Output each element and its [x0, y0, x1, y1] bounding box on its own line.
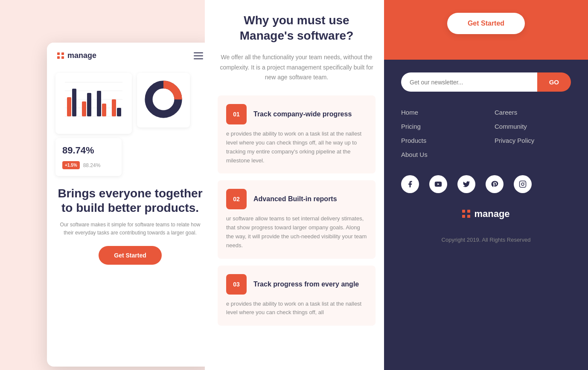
donut-chart-svg [142, 78, 185, 121]
mobile-card: manage [47, 43, 213, 367]
feature-header-1: 01 Track company-wide progress [226, 104, 367, 124]
right-panel: Get Started GO Home Careers Pricing Comm… [384, 0, 588, 370]
feature-header-2: 02 Advanced Built-in reports [226, 189, 367, 209]
feature-desc-1: e provides the ability to work on a task… [226, 130, 367, 165]
newsletter-form: GO [401, 72, 571, 92]
footer-logo-area: manage [401, 208, 571, 228]
feature-item-2: 02 Advanced Built-in reports ur software… [218, 180, 376, 258]
svg-rect-6 [72, 89, 76, 116]
footer-logo: manage [462, 208, 509, 220]
logo-label: manage [67, 51, 96, 60]
feature-header-3: 03 Track progress from every angle [226, 274, 367, 295]
logo-dot [61, 56, 64, 59]
feature-desc-3: e provides the ability to work on a task… [226, 300, 367, 318]
feature-title-2: Advanced Built-in reports [253, 195, 337, 203]
feature-title-3: Track progress from every angle [253, 280, 359, 288]
feature-num-3: 03 [226, 274, 247, 295]
instagram-icon[interactable] [514, 175, 532, 193]
cta-button[interactable]: Get Started [447, 13, 525, 34]
stats-section: 89.74% +1.5% 88.24% [55, 138, 205, 176]
stat-row: +1.5% 88.24% [62, 161, 115, 169]
social-icons-row [401, 175, 571, 193]
svg-rect-5 [67, 97, 71, 116]
nav-link-products[interactable]: Products [401, 137, 477, 144]
logo-dot [57, 56, 60, 59]
facebook-icon[interactable] [401, 175, 419, 193]
feature-num-2: 02 [226, 189, 247, 209]
feature-item-3: 03 Track progress from every angle e pro… [218, 266, 376, 326]
copyright-text: Copyright 2019. All Rights Reserved [401, 237, 571, 243]
logo-dot [57, 52, 60, 55]
footer-logo-dot [462, 210, 465, 213]
hamburger-menu[interactable] [194, 52, 203, 59]
nav-link-community[interactable]: Community [495, 123, 571, 130]
newsletter-section: GO Home Careers Pricing Community Produc… [384, 60, 588, 256]
feature-item-1: 01 Track company-wide progress e provide… [218, 95, 376, 173]
svg-rect-9 [97, 91, 101, 116]
logo-dot [61, 52, 64, 55]
footer-logo-dot [462, 215, 465, 218]
bar-chart-card [55, 73, 132, 134]
youtube-icon[interactable] [429, 175, 447, 193]
nav-link-privacy[interactable]: Privacy Policy [495, 137, 571, 144]
stat-badge: +1.5% [62, 161, 80, 169]
logo-dots-icon [57, 52, 64, 59]
hamburger-line [194, 52, 203, 53]
left-panel: manage [0, 0, 218, 370]
svg-rect-8 [87, 93, 91, 116]
hamburger-line [194, 58, 203, 59]
hero-section: Brings everyone together to build better… [47, 176, 213, 272]
footer-logo-label: manage [474, 208, 509, 220]
feature-num-1: 01 [226, 104, 247, 124]
stat-percentage: 89.74% [62, 145, 115, 156]
nav-link-careers[interactable]: Careers [495, 109, 571, 116]
svg-rect-11 [112, 99, 116, 116]
hero-title: Brings everyone together to build better… [57, 186, 203, 215]
section-desc: We offer all the functionality your team… [218, 52, 376, 83]
pinterest-icon[interactable] [486, 175, 504, 193]
stats-card: 89.74% +1.5% 88.24% [55, 138, 122, 176]
footer-logo-dots-icon [462, 210, 471, 218]
nav-links: Home Careers Pricing Community Products … [401, 109, 571, 158]
bar-chart-svg [61, 78, 127, 127]
feature-desc-2: ur software allow teams to set internal … [226, 214, 367, 250]
mobile-logo: manage [57, 51, 96, 60]
nav-link-pricing[interactable]: Pricing [401, 123, 477, 130]
mobile-cta-button[interactable]: Get Started [99, 246, 161, 265]
footer-logo-dot [467, 210, 470, 213]
charts-area [47, 69, 213, 138]
svg-point-15 [155, 91, 172, 108]
svg-point-19 [524, 182, 525, 183]
newsletter-submit-button[interactable]: GO [537, 72, 571, 92]
mobile-header: manage [47, 43, 213, 69]
nav-link-about[interactable]: About Us [401, 151, 477, 158]
svg-point-18 [521, 183, 524, 185]
svg-rect-7 [82, 101, 86, 116]
newsletter-input[interactable] [401, 72, 537, 92]
middle-content: Why you must use Manage's software? We o… [205, 0, 388, 345]
middle-panel: Why you must use Manage's software? We o… [205, 0, 388, 370]
twitter-icon[interactable] [457, 175, 475, 193]
nav-link-home[interactable]: Home [401, 109, 477, 116]
stat-secondary: 88.24% [83, 162, 101, 168]
section-title: Why you must use Manage's software? [218, 13, 376, 44]
donut-chart-card [137, 73, 190, 127]
footer-logo-dot [467, 215, 470, 218]
hamburger-line [194, 55, 203, 56]
svg-rect-10 [102, 104, 106, 116]
feature-title-1: Track company-wide progress [253, 110, 352, 118]
hero-subtitle: Our software makes it simple for softwar… [57, 221, 203, 237]
svg-rect-17 [520, 181, 526, 188]
cta-section: Get Started [384, 0, 588, 60]
svg-rect-12 [117, 108, 121, 116]
